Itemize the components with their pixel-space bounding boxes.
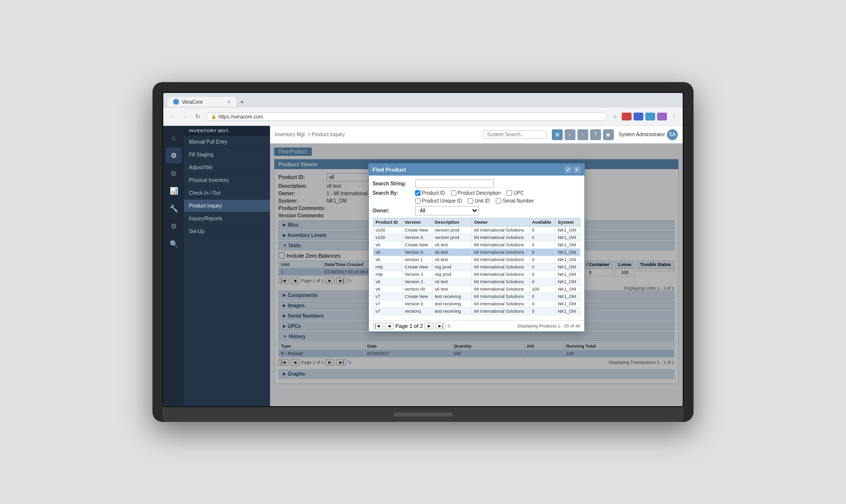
owner-filter-label: Owner: xyxy=(373,208,412,213)
upc-checkbox[interactable] xyxy=(507,190,512,196)
extension-1-icon[interactable] xyxy=(622,113,632,120)
unit-id-checkbox[interactable] xyxy=(468,198,473,204)
table-row[interactable]: v6Version 2v6 testMI International Solut… xyxy=(373,278,580,286)
col-version[interactable]: Version xyxy=(402,218,432,227)
product-id-checkbox-label: Product ID xyxy=(422,190,445,196)
product-unique-id-checkbox[interactable] xyxy=(415,198,421,204)
nav-sidebar: INVENTORY MGT. Manual Pull Entry Fill St… xyxy=(184,126,270,406)
extension-2-icon[interactable] xyxy=(634,113,643,120)
results-table: Product ID Version Description Owner Ava… xyxy=(373,218,580,316)
dialog-last-btn[interactable]: ►| xyxy=(435,323,446,329)
dialog-footer: |◄ ◄ Page 1 of 2 ► ►| ↻ Displaying Produ… xyxy=(369,320,584,331)
dialog-next-btn[interactable]: ► xyxy=(424,323,434,329)
sidebar-item-setup[interactable]: Set-Up xyxy=(184,225,270,238)
table-row[interactable]: v7Create Newtest receivingMI Internation… xyxy=(373,293,580,300)
forward-btn[interactable]: › xyxy=(180,112,190,121)
col-system[interactable]: System xyxy=(555,218,580,227)
serial-number-checkbox[interactable] xyxy=(496,198,501,204)
browser-toolbar: ‹ › ↻ 🔒 https://veracore.com ☆ ⋮ xyxy=(163,108,683,125)
nav-section-title: INVENTORY MGT. xyxy=(184,126,270,136)
product-description-checkbox-label: Product Description xyxy=(458,190,501,196)
sidebar-item-checkin[interactable]: Check In / Out xyxy=(184,187,270,200)
address-bar[interactable]: 🔒 https://veracore.com xyxy=(206,113,607,121)
icon-sidebar: ⌂ ⚙ ⧉ 📊 🔧 ⚙ 🔍 xyxy=(163,126,184,406)
tab-close-btn[interactable]: × xyxy=(227,99,230,105)
active-tab[interactable]: VeraCore × xyxy=(167,97,236,107)
signal-icon-btn[interactable]: ◉ xyxy=(603,129,614,140)
unit-id-label: Unit ID xyxy=(475,198,490,204)
search-by-row-2: Product Unique ID Unit ID xyxy=(373,198,580,204)
sidebar-item-physical[interactable]: Physical Inventory xyxy=(184,174,270,187)
sidebar-item-manual-pull[interactable]: Manual Pull Entry xyxy=(184,136,270,148)
browser-actions: ☆ ⋮ xyxy=(610,112,679,121)
dialog-first-btn[interactable]: |◄ xyxy=(373,323,383,329)
table-row[interactable]: v100Create Newversion prodMI Internation… xyxy=(373,227,580,234)
table-row[interactable]: v6Version 0v6 testMI International Solut… xyxy=(373,249,580,256)
col-available[interactable]: Available xyxy=(529,218,555,227)
product-id-checkbox[interactable] xyxy=(415,190,421,196)
table-row[interactable]: v7version1test receivingMI International… xyxy=(373,308,580,315)
sidebar-icon-home[interactable]: ⌂ xyxy=(166,130,181,146)
col-product-id[interactable]: Product ID xyxy=(373,218,402,227)
table-row[interactable]: v100Version 0version prodMI Internationa… xyxy=(373,234,580,241)
table-row[interactable]: v6version 00v6 testMI International Solu… xyxy=(373,286,580,293)
home-icon-btn[interactable]: ⌂ xyxy=(565,129,575,140)
dialog-close-btn[interactable]: × xyxy=(574,166,580,173)
col-owner[interactable]: Owner xyxy=(471,218,529,227)
sidebar-icon-search[interactable]: 🔍 xyxy=(166,236,181,252)
table-row[interactable]: v7Version 0test receivingMI Internationa… xyxy=(373,300,580,308)
sidebar-item-product-inquiry[interactable]: Product Inquiry xyxy=(184,200,270,212)
extension-3-icon[interactable] xyxy=(645,113,655,120)
back-btn[interactable]: ‹ xyxy=(167,112,177,121)
product-description-checkbox[interactable] xyxy=(451,190,456,196)
table-row[interactable]: mtpVersion 3reg prodMI International Sol… xyxy=(373,271,580,278)
search-string-input[interactable] xyxy=(415,179,494,188)
sidebar-icon-chart[interactable]: 📊 xyxy=(166,183,181,199)
search-string-row: Search String: xyxy=(373,179,580,188)
system-search-input[interactable] xyxy=(483,130,547,139)
menu-icon[interactable]: ⋮ xyxy=(669,112,679,121)
tab-favicon xyxy=(173,99,179,105)
checkbox-product-id[interactable]: Product ID xyxy=(415,190,445,196)
checkbox-upc[interactable]: UPC xyxy=(507,190,524,196)
checkbox-product-description[interactable]: Product Description xyxy=(451,190,501,196)
dialog-prev-btn[interactable]: ◄ xyxy=(385,323,394,329)
table-row[interactable]: Nb_1Regular ProductMI International Solu… xyxy=(373,315,580,317)
dialog-pagination: |◄ ◄ Page 1 of 2 ► ►| ↻ xyxy=(373,323,452,329)
sidebar-icon-gear2[interactable]: ⚙ xyxy=(166,218,181,234)
grid-icon-btn[interactable]: ⊞ xyxy=(552,129,563,140)
dialog-header-buttons: ⤢ × xyxy=(565,166,580,173)
table-row[interactable]: mtpCreate Newreg prodMI International So… xyxy=(373,264,580,271)
sidebar-icon-wrench[interactable]: 🔧 xyxy=(166,201,181,216)
dialog-maximize-btn[interactable]: ⤢ xyxy=(565,166,572,173)
sidebar-item-fill-staging[interactable]: Fill Staging xyxy=(184,148,270,161)
sidebar-icon-network[interactable]: ⧉ xyxy=(166,165,181,181)
sidebar-item-inquiry-reports[interactable]: Inquiry/Reports xyxy=(184,212,270,225)
col-description[interactable]: Description xyxy=(432,218,472,227)
table-row[interactable]: v6version 1v6 testMI International Solut… xyxy=(373,256,580,264)
upload-icon-btn[interactable]: ↑ xyxy=(577,129,588,140)
checkbox-serial-number[interactable]: Serial Number xyxy=(496,198,534,204)
avatar: SA xyxy=(667,129,678,140)
extension-4-icon[interactable] xyxy=(657,113,667,120)
user-name: System Administrator xyxy=(619,132,665,137)
owner-select[interactable]: All xyxy=(415,206,479,215)
refresh-btn[interactable]: ↻ xyxy=(193,112,203,121)
search-by-group-2: Product Unique ID Unit ID xyxy=(415,198,534,204)
dialog-refresh-icon[interactable]: ↻ xyxy=(447,324,451,329)
sidebar-icon-settings[interactable]: ⚙ xyxy=(166,148,181,163)
new-tab-btn[interactable]: + xyxy=(236,96,248,108)
product-unique-id-label: Product Unique ID xyxy=(422,198,462,204)
sidebar-item-adjust[interactable]: Adjust/Xfer xyxy=(184,161,270,174)
help-icon-btn[interactable]: ? xyxy=(590,129,601,140)
table-row[interactable]: v6Create Newv6 testMI International Solu… xyxy=(373,241,580,249)
bookmark-icon[interactable]: ☆ xyxy=(610,112,620,121)
search-by-label: Search By: xyxy=(373,190,412,196)
checkbox-unit-id[interactable]: Unit ID xyxy=(468,198,490,204)
search-string-label: Search String: xyxy=(373,181,412,186)
top-bar: Inventory Mgt. > Product Inquiry ⊞ ⌂ ↑ ?… xyxy=(270,126,683,144)
browser-tabs: VeraCore × + xyxy=(163,93,683,108)
checkbox-product-unique-id[interactable]: Product Unique ID xyxy=(415,198,462,204)
user-info: System Administrator SA xyxy=(619,129,678,140)
serial-number-label: Serial Number xyxy=(503,198,534,204)
